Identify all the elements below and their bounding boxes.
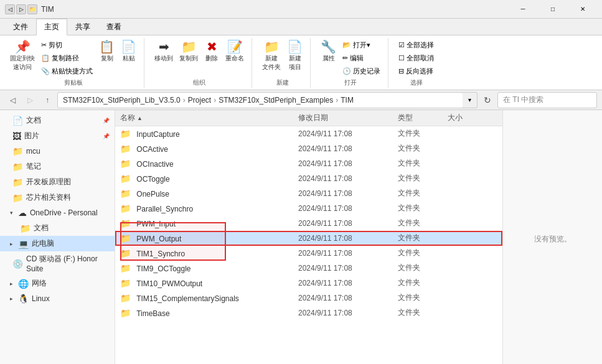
select-all-button[interactable]: ☑ 全部选择 bbox=[396, 39, 436, 51]
table-row[interactable]: 📁 OnePulse 2024/9/11 17:08 文件夹 bbox=[115, 186, 502, 201]
sidebar-item-this-pc[interactable]: ▸ 💻 此电脑 bbox=[0, 236, 115, 251]
search-box[interactable]: 在 TI 中搜索 bbox=[497, 92, 597, 108]
col-header-date[interactable]: 修改日期 bbox=[298, 113, 398, 123]
table-row[interactable]: 📁 OCInactive 2024/9/11 17:08 文件夹 bbox=[115, 156, 502, 171]
sidebar-item-onedrive[interactable]: ▾ ☁ OneDrive - Personal bbox=[0, 205, 115, 220]
folder-icon: 📁 bbox=[120, 144, 131, 154]
edit-label: ✏ 编辑 bbox=[342, 54, 364, 63]
file-date-cell: 2024/9/11 17:08 bbox=[298, 159, 398, 168]
table-row[interactable]: 📁 TIM10_PWMOutput 2024/9/11 17:08 文件夹 bbox=[115, 276, 502, 291]
edit-button[interactable]: ✏ 编辑 bbox=[340, 52, 383, 64]
file-list-header: 名称 ▲ 修改日期 类型 大小 bbox=[115, 110, 502, 126]
table-row[interactable]: 📁 TimeBase 2024/9/11 17:08 文件夹 bbox=[115, 306, 502, 320]
tab-home[interactable]: 主页 bbox=[36, 19, 67, 35]
col-header-name[interactable]: 名称 ▲ bbox=[120, 113, 298, 123]
history-button[interactable]: 🕒 历史记录 bbox=[340, 65, 383, 77]
preview-panel: 没有预览。 bbox=[502, 110, 602, 364]
sidebar-item-documents[interactable]: 📄 文档 📌 bbox=[0, 113, 115, 128]
window-icon-back[interactable]: ◁ bbox=[5, 4, 15, 14]
file-list[interactable]: 名称 ▲ 修改日期 类型 大小 📁 InputCapture 2024/9/11… bbox=[115, 110, 502, 364]
rename-button[interactable]: 📝 重命名 bbox=[223, 39, 247, 64]
tab-file[interactable]: 文件 bbox=[5, 19, 36, 35]
open-button[interactable]: 📂 打开▾ bbox=[340, 39, 383, 51]
table-row[interactable]: 📁 TIM15_ComplementarySignals 2024/9/11 1… bbox=[115, 291, 502, 306]
table-row[interactable]: 📁 OCToggle 2024/9/11 17:08 文件夹 bbox=[115, 171, 502, 186]
ribbon-tabs: 文件 主页 共享 查看 bbox=[0, 19, 602, 35]
new-folder-label: 新建文件夹 bbox=[262, 54, 281, 72]
tab-share[interactable]: 共享 bbox=[67, 19, 98, 35]
select-none-button[interactable]: ☐ 全部取消 bbox=[396, 52, 436, 64]
col-header-size[interactable]: 大小 bbox=[448, 113, 497, 123]
ribbon: 文件 主页 共享 查看 📌 固定到快速访问 ✂ 剪切 📋 复制路 bbox=[0, 19, 602, 90]
table-row[interactable]: 📁 PWM_Output 2024/9/11 17:08 文件夹 bbox=[115, 231, 502, 246]
copy-path-button[interactable]: 📋 复制路径 bbox=[39, 52, 95, 64]
table-row[interactable]: 📁 OCActive 2024/9/11 17:08 文件夹 bbox=[115, 141, 502, 156]
address-dropdown[interactable]: ▾ bbox=[463, 92, 477, 108]
table-row[interactable]: 📁 TIM9_OCToggle 2024/9/11 17:08 文件夹 bbox=[115, 261, 502, 276]
file-date-cell: 2024/9/11 17:08 bbox=[298, 129, 398, 138]
minimize-button[interactable]: ─ bbox=[509, 0, 537, 19]
file-type-cell: 文件夹 bbox=[398, 218, 448, 228]
maximize-button[interactable]: □ bbox=[539, 0, 567, 19]
tab-view[interactable]: 查看 bbox=[98, 19, 129, 35]
sidebar-item-mcu[interactable]: 📁 mcu bbox=[0, 144, 115, 159]
paste-label: 粘贴 bbox=[123, 54, 135, 63]
table-row[interactable]: 📁 PWM_Input 2024/9/11 17:08 文件夹 bbox=[115, 216, 502, 231]
sidebar-item-linux[interactable]: ▸ 🐧 Linux bbox=[0, 291, 115, 306]
cut-button[interactable]: ✂ 剪切 bbox=[39, 39, 95, 51]
refresh-button[interactable]: ↻ bbox=[480, 93, 495, 108]
sidebar-item-notes[interactable]: 📁 笔记 bbox=[0, 159, 115, 174]
table-row[interactable]: 📁 InputCapture 2024/9/11 17:08 文件夹 bbox=[115, 126, 502, 141]
table-row[interactable]: 📁 TIM1_Synchro 2024/9/11 17:08 文件夹 bbox=[115, 246, 502, 261]
ribbon-group-select: ☑ 全部选择 ☐ 全部取消 ⊟ 反向选择 选择 bbox=[391, 38, 441, 88]
sidebar-item-network[interactable]: ▸ 🌐 网络 bbox=[0, 276, 115, 291]
properties-button[interactable]: 🔧 属性 bbox=[318, 39, 339, 64]
sidebar-item-cd-drive[interactable]: 💿 CD 驱动器 (F:) Honor Suite bbox=[0, 251, 115, 276]
sidebar-item-images[interactable]: 🖼 图片 📌 bbox=[0, 128, 115, 144]
copy-button[interactable]: 📋 复制 bbox=[96, 39, 117, 64]
paste-shortcut-button[interactable]: 📎 粘贴快捷方式 bbox=[39, 65, 95, 77]
sidebar-item-onedrive-docs[interactable]: 📁 文档 bbox=[0, 220, 115, 236]
select-buttons: ☑ 全部选择 ☐ 全部取消 ⊟ 反向选择 bbox=[396, 39, 436, 77]
close-button[interactable]: ✕ bbox=[568, 0, 597, 19]
window-icon-next[interactable]: ▷ bbox=[16, 4, 26, 14]
sidebar-item-dev-schematic[interactable]: 📁 开发板原理图 bbox=[0, 174, 115, 190]
forward-button[interactable]: ▷ bbox=[22, 93, 37, 108]
move-to-button[interactable]: ➡ 移动到 bbox=[152, 39, 176, 64]
copy-to-icon: 📁 bbox=[181, 40, 197, 53]
delete-button[interactable]: ✖ 删除 bbox=[202, 39, 222, 64]
cut-icon: ✂ bbox=[41, 41, 47, 49]
sidebar-item-linux-label: Linux bbox=[32, 294, 50, 303]
invert-select-button[interactable]: ⊟ 反向选择 bbox=[396, 65, 436, 77]
file-name-text: OCInactive bbox=[136, 160, 173, 169]
pin-button[interactable]: 📌 固定到快速访问 bbox=[7, 39, 37, 73]
file-name-text: PWM_Output bbox=[136, 235, 181, 243]
paste-button[interactable]: 📄 粘贴 bbox=[118, 39, 139, 64]
col-header-type[interactable]: 类型 bbox=[398, 113, 448, 123]
copy-icon: 📋 bbox=[99, 40, 115, 53]
images-icon: 🖼 bbox=[12, 131, 21, 141]
ribbon-group-new: 📁 新建文件夹 📄 新建项目 新建 bbox=[255, 38, 311, 88]
chip-info-icon: 📁 bbox=[12, 193, 23, 203]
table-row[interactable]: 📁 Parallel_Synchro 2024/9/11 17:08 文件夹 bbox=[115, 201, 502, 216]
col-type-label: 类型 bbox=[398, 113, 413, 123]
file-name-cell: 📁 PWM_Input bbox=[120, 218, 298, 228]
copy-to-button[interactable]: 📁 复制到 bbox=[177, 39, 200, 64]
up-button[interactable]: ↑ bbox=[40, 93, 55, 108]
file-name-text: TIM1_Synchro bbox=[136, 250, 185, 258]
file-date-cell: 2024/9/11 17:08 bbox=[298, 294, 398, 302]
new-item-button[interactable]: 📄 新建项目 bbox=[285, 39, 305, 73]
address-path[interactable]: STM32F10x_StdPeriph_Lib_V3.5.0 › Project… bbox=[57, 92, 463, 108]
select-none-label: ☐ 全部取消 bbox=[398, 54, 434, 63]
window-icon-folder[interactable]: 📁 bbox=[27, 4, 37, 14]
sidebar-item-documents-label: 文档 bbox=[26, 115, 41, 126]
rename-label: 重命名 bbox=[225, 54, 244, 63]
back-button[interactable]: ◁ bbox=[5, 93, 20, 108]
file-name-text: TIM10_PWMOutput bbox=[136, 279, 202, 288]
new-folder-button[interactable]: 📁 新建文件夹 bbox=[260, 39, 283, 73]
pin-label: 固定到快速访问 bbox=[10, 54, 35, 72]
this-pc-icon: 💻 bbox=[18, 239, 29, 249]
sidebar-item-chip-info[interactable]: 📁 芯片相关资料 bbox=[0, 190, 115, 205]
sidebar-item-onedrive-label: OneDrive - Personal bbox=[30, 208, 98, 217]
col-name-label: 名称 bbox=[120, 113, 135, 123]
